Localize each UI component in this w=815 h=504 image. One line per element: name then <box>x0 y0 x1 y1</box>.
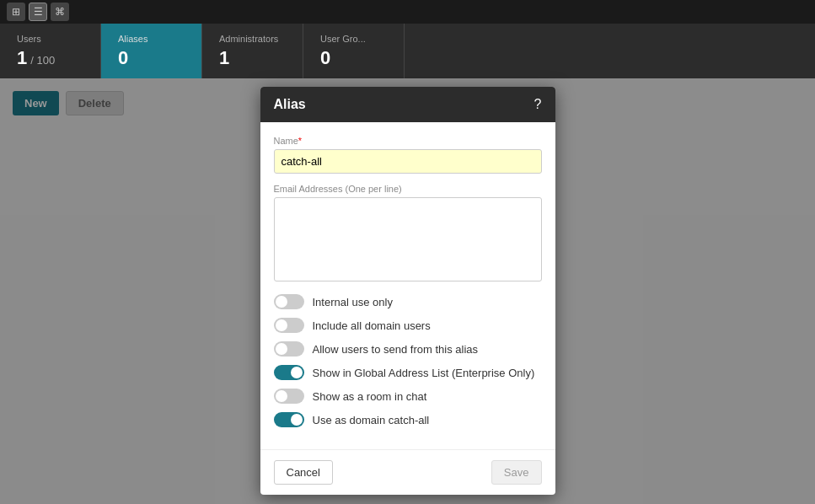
toggle-label-show-room-chat: Show as a room in chat <box>313 390 427 403</box>
toggle-row-include-all-domain-users: Include all domain users <box>274 318 542 333</box>
save-button[interactable]: Save <box>491 460 542 485</box>
dialog-body: Name* Email Addresses (One per line) Int… <box>260 122 555 449</box>
toggle-row-use-domain-catchall: Use as domain catch-all <box>274 412 542 427</box>
email-field-group: Email Addresses (One per line) <box>274 184 542 284</box>
tag-icon[interactable]: ⌘ <box>51 3 69 21</box>
toggle-internal-use-only[interactable] <box>274 294 304 309</box>
toggle-include-all-domain-users[interactable] <box>274 318 304 333</box>
table-icon[interactable]: ☰ <box>29 3 47 21</box>
toggle-label-internal-use-only: Internal use only <box>313 296 393 308</box>
email-textarea[interactable] <box>274 197 542 281</box>
toggle-allow-users-send[interactable] <box>274 341 304 357</box>
dialog-header: Alias ? <box>260 87 555 122</box>
alias-dialog: Alias ? Name* Email Addresses (One per l… <box>260 87 555 495</box>
modal-overlay: Alias ? Name* Email Addresses (One per l… <box>0 78 815 504</box>
toggle-row-allow-users-send: Allow users to send from this alias <box>274 341 542 357</box>
email-label: Email Addresses (One per line) <box>274 184 542 194</box>
toggle-label-show-global-address-list: Show in Global Address List (Enterprise … <box>313 367 535 379</box>
toggle-row-show-global-address-list: Show in Global Address List (Enterprise … <box>274 365 542 380</box>
name-input[interactable] <box>274 149 542 174</box>
stat-aliases[interactable]: Aliases 0 <box>101 24 202 78</box>
dialog-title: Alias <box>274 97 306 112</box>
toggle-show-room-chat[interactable] <box>274 389 304 404</box>
top-bar: ⊞ ☰ ⌘ <box>0 0 815 24</box>
stat-users[interactable]: Users 1 / 100 <box>0 24 101 78</box>
stats-bar: Users 1 / 100 Aliases 0 Administrators 1… <box>0 24 815 78</box>
toggle-row-show-room-chat: Show as a room in chat <box>274 389 542 404</box>
cancel-button[interactable]: Cancel <box>274 460 333 485</box>
grid-icon[interactable]: ⊞ <box>7 3 25 21</box>
toggle-row-internal-use-only: Internal use only <box>274 294 542 309</box>
name-label: Name* <box>274 136 542 146</box>
help-icon[interactable]: ? <box>534 97 542 112</box>
toggle-use-domain-catchall[interactable] <box>274 412 304 427</box>
stat-administrators[interactable]: Administrators 1 <box>202 24 303 78</box>
toggle-show-global-address-list[interactable] <box>274 365 304 380</box>
stat-user-groups[interactable]: User Gro... 0 <box>303 24 405 78</box>
toggle-label-include-all-domain-users: Include all domain users <box>313 319 431 332</box>
name-field-group: Name* <box>274 136 542 174</box>
content-area: New Delete Alias ? Name* E <box>0 78 815 504</box>
toggle-list: Internal use onlyInclude all domain user… <box>274 294 542 427</box>
dialog-footer: Cancel Save <box>260 449 555 495</box>
toggle-label-allow-users-send: Allow users to send from this alias <box>313 343 479 356</box>
toggle-label-use-domain-catchall: Use as domain catch-all <box>313 414 430 426</box>
